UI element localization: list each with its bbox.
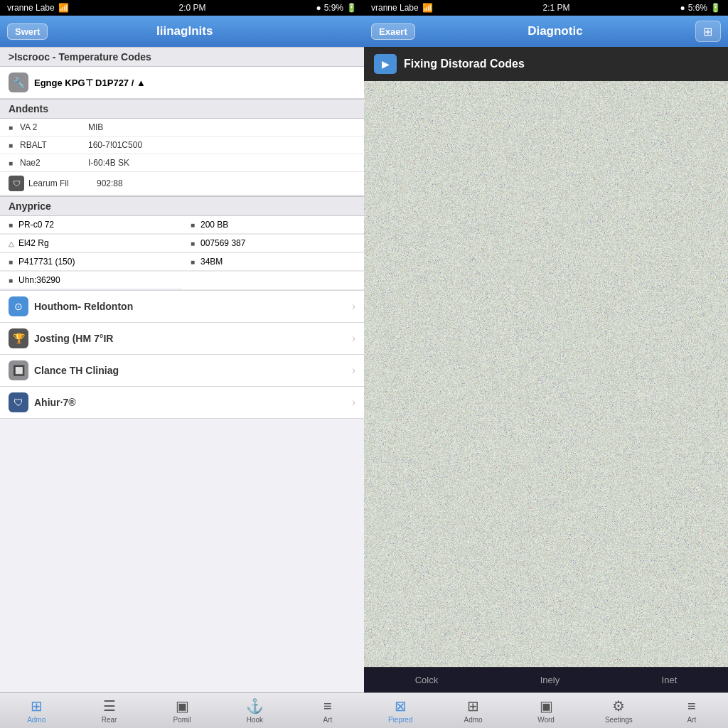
attr-row-2: ■ Nae2 I-60:4B SK (0, 154, 364, 172)
menu-label-2: Clance TH Cliniag (34, 365, 346, 376)
right-tab-seetings[interactable]: ⚙Seetings (582, 693, 655, 728)
left-carrier: vranne Labe (7, 3, 55, 13)
right-tab-label-2: Word (537, 716, 555, 724)
right-status-right: ● 5:6% 🔋 (680, 3, 721, 13)
toolbar-inely[interactable]: Inely (540, 675, 560, 685)
tab-label-1: Rear (102, 716, 117, 724)
two-col-cell-2-1: ■34BM (182, 253, 364, 271)
tab-label-4: Art (323, 716, 332, 724)
toolbar-colck[interactable]: Colck (415, 675, 439, 685)
section3-header: Anyprice (0, 196, 364, 216)
two-col-row-2: ■P417731 (150)■34BM (0, 253, 364, 272)
diagnostic-canvas (364, 81, 728, 667)
right-tab-label-1: Admo (464, 716, 483, 724)
right-tab-admo[interactable]: ⊞Admo (437, 693, 509, 728)
left-battery: 5:9% (324, 3, 343, 13)
tab-icon-4: ≡ (323, 698, 332, 714)
left-tab-rear[interactable]: ☰Rear (73, 693, 145, 728)
attr-value-2: I-60:4B SK (88, 158, 129, 168)
right-tab-piepred[interactable]: ⊠Piepred (364, 693, 437, 728)
menu-icon-0: ⊙ (9, 296, 28, 316)
attr-value-3: 902:88 (97, 178, 123, 188)
two-col-section: ■PR-c0 72■200 BB△El42 Rg■007569 387■P417… (0, 216, 364, 291)
right-tab-icon-0: ⊠ (395, 697, 407, 714)
engine-row: 🔧 Egnge KPG⊤ D1P727 / ▲ (0, 67, 364, 99)
left-panel: vranne Labe 📶 2:0 PM ● 5:9% 🔋 Swert Iiin… (0, 0, 364, 728)
left-tab-pomil[interactable]: ▣Pomil (146, 693, 218, 728)
grid-icon[interactable]: ⊞ (695, 21, 721, 42)
menu-item-3[interactable]: 🛡 Ahiur·7® › (0, 387, 364, 419)
right-time: 2:1 PM (543, 3, 570, 13)
section1-header: >Iscrooc - Temperature Codes (0, 47, 364, 67)
two-col-row-3: ■Uhn:36290 (0, 272, 364, 290)
attr-row-0: ■ VA 2 MIB (0, 119, 364, 136)
tab-icon-0: ⊞ (31, 697, 43, 714)
tab-icon-3: ⚓ (246, 697, 264, 714)
chevron-icon-1: › (352, 332, 355, 345)
left-status-left: vranne Labe 📶 (7, 3, 69, 13)
two-col-cell-1-1: ■007569 387 (182, 235, 364, 252)
two-col-cell-2-0: ■P417731 (150) (0, 253, 182, 271)
left-signal: ● (316, 3, 321, 13)
tab-icon-2: ▣ (176, 697, 189, 714)
two-col-row-1: △El42 Rg■007569 387 (0, 235, 364, 253)
right-status-left: vranne Labe 📶 (371, 3, 433, 13)
right-nav-title: Diagnotic (528, 24, 582, 38)
right-wifi-icon: 📶 (422, 3, 433, 13)
left-back-button[interactable]: Swert (7, 23, 48, 40)
two-col-cell-3-0: ■Uhn:36290 (0, 272, 182, 289)
attr-label-2: Nae2 (20, 158, 84, 168)
engine-icon: 🔧 (9, 73, 28, 92)
right-battery-icon: 🔋 (710, 3, 721, 13)
right-status-bar: vranne Labe 📶 2:1 PM ● 5:6% 🔋 (364, 0, 728, 16)
menu-list: ⊙ Houthom- Reldonton › 🏆 Josting (HM 7°I… (0, 291, 364, 419)
right-tab-icon-1: ⊞ (467, 697, 479, 714)
right-tab-icon-3: ⚙ (612, 697, 625, 714)
right-toolbar: Colck Inely Inet (364, 667, 728, 692)
tab-label-0: Admo (27, 716, 46, 724)
attr-label-0: VA 2 (20, 122, 84, 132)
chevron-icon-3: › (352, 396, 355, 409)
left-tab-hook[interactable]: ⚓Hook (218, 693, 291, 728)
menu-item-2[interactable]: 🔲 Clance TH Cliniag › (0, 355, 364, 387)
menu-label-3: Ahiur·7® (34, 397, 346, 408)
right-tab-label-4: Art (687, 716, 696, 724)
right-tab-icon-2: ▣ (540, 697, 553, 714)
right-tab-art[interactable]: ≡Art (655, 693, 728, 728)
right-tab-label-3: Seetings (605, 716, 633, 724)
menu-icon-2: 🔲 (9, 360, 28, 380)
two-col-cell-0-0: ■PR-c0 72 (0, 216, 182, 234)
attr-label-1: RBALT (20, 140, 84, 150)
menu-label-0: Houthom- Reldonton (34, 301, 346, 312)
right-back-button[interactable]: Exaert (371, 23, 415, 40)
menu-item-0[interactable]: ⊙ Houthom- Reldonton › (0, 291, 364, 323)
menu-item-1[interactable]: 🏆 Josting (HM 7°IR › (0, 323, 364, 355)
menu-label-1: Josting (HM 7°IR (34, 333, 346, 344)
right-navbar: Exaert Diagnotic ⊞ (364, 16, 728, 47)
left-wifi-icon: 📶 (58, 3, 69, 13)
attr-bullet-0: ■ (9, 124, 16, 132)
section2-header: Andents (0, 99, 364, 119)
right-signal: ● (680, 3, 685, 13)
tab-icon-1: ☰ (103, 697, 116, 714)
left-tab-admo[interactable]: ⊞Admo (0, 693, 73, 728)
left-time: 2:0 PM (179, 3, 206, 13)
attr-value-1: 160-7!01C500 (88, 140, 142, 150)
menu-icon-3: 🛡 (9, 392, 28, 412)
fixing-title: Fixing Distorad Codes (404, 58, 525, 70)
attr-bullet-2: ■ (9, 159, 16, 167)
noise-display-area (364, 81, 728, 667)
left-nav-title: IiinagInits (156, 24, 213, 38)
tab-label-2: Pomil (173, 716, 191, 724)
right-tab-icon-4: ≡ (687, 698, 696, 714)
fixing-header: ▶ Fixing Distorad Codes (364, 47, 728, 81)
right-tab-word[interactable]: ▣Word (510, 693, 582, 728)
chevron-icon-0: › (352, 300, 355, 313)
arrow-icon: ▶ (374, 54, 397, 74)
toolbar-inet[interactable]: Inet (662, 675, 678, 685)
menu-icon-1: 🏆 (9, 328, 28, 348)
two-col-row-0: ■PR-c0 72■200 BB (0, 216, 364, 235)
left-battery-icon: 🔋 (346, 3, 357, 13)
left-tab-art[interactable]: ≡Art (291, 693, 364, 728)
right-panel: vranne Labe 📶 2:1 PM ● 5:6% 🔋 Exaert Dia… (364, 0, 728, 728)
